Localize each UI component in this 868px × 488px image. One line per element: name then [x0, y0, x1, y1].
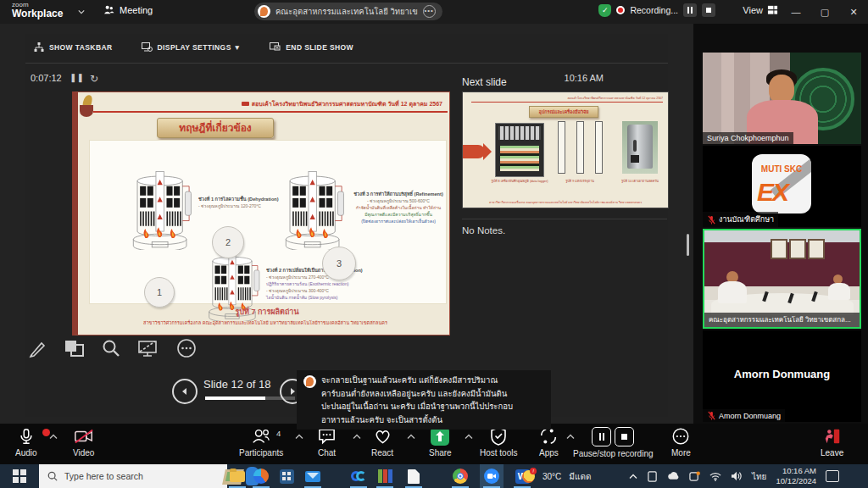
react-options-caret[interactable]	[407, 434, 415, 440]
minimize-button[interactable]: —	[782, 0, 810, 24]
action-center-icon[interactable]	[826, 470, 839, 482]
leave-icon	[823, 427, 842, 446]
file-explorer-icon[interactable]	[227, 466, 248, 486]
video-button[interactable]: Video	[73, 427, 94, 458]
participant-display-name: Amorn Donmuang	[703, 368, 861, 380]
pen-icon[interactable]	[28, 338, 48, 358]
timer-pause-button[interactable]: ❚❚	[70, 73, 84, 82]
view-button[interactable]: View	[743, 4, 778, 15]
leave-button[interactable]: Leave	[821, 427, 843, 458]
stage-number-3: 3	[322, 247, 356, 280]
zoom-app-icon[interactable]	[481, 466, 502, 486]
pause-recording-button[interactable]	[683, 3, 697, 17]
chat-button[interactable]: Chat	[317, 427, 337, 458]
slide-title: ทฤษฎีที่เกี่ยวข้อง	[157, 118, 274, 138]
participant-name-tag: งานบัณฑิตศึกษา	[703, 212, 778, 227]
thumb-datalogger-image	[495, 123, 544, 177]
tray-expand-caret[interactable]	[629, 474, 637, 480]
stop-recording-button[interactable]	[702, 3, 715, 17]
audio-options-caret[interactable]	[49, 434, 58, 440]
end-slideshow-icon	[270, 42, 281, 52]
edge-rings-icon[interactable]	[348, 466, 369, 486]
stage1-text: ช่วงที่ 1 การไล่ความชื้น (Dehydration) -…	[198, 196, 283, 209]
stop-recording-icon[interactable]	[615, 427, 634, 446]
network-icon[interactable]	[709, 472, 721, 481]
video-tile-amorn[interactable]: Amorn Donmuang Amorn Donmuang	[703, 330, 861, 422]
arrow-right-icon	[288, 387, 297, 396]
device-icon[interactable]	[647, 471, 658, 482]
browser-icon[interactable]	[251, 466, 271, 486]
thumb-header: สอบเค้าโครงวิทยานิพนธ์วิศวกรรมศาสตรมหาบั…	[488, 96, 663, 101]
more-tools-icon[interactable]	[175, 337, 198, 359]
pause-stop-recording-button[interactable]: Pause/stop recording	[573, 427, 654, 458]
participants-options-caret[interactable]	[295, 434, 303, 440]
language-indicator[interactable]: ไทย	[752, 470, 766, 483]
magnifier-icon[interactable]	[101, 338, 121, 358]
notes-divider	[462, 219, 667, 219]
speaker-icon[interactable]	[731, 471, 743, 481]
apps-icon	[539, 427, 558, 446]
arrow-left-icon	[181, 387, 189, 396]
thumb-caption-3: รูปที่ 10 เตาเผาถ่านลดควัน	[615, 179, 665, 184]
apps-button[interactable]: Apps	[539, 427, 559, 458]
next-slide-thumbnail[interactable]: สอบเค้าโครงวิทยานิพนธ์วิศวกรรมศาสตรมหาบั…	[462, 92, 669, 208]
thumb-arrow-shape	[463, 145, 485, 158]
next-slide-label: Next slide	[462, 76, 507, 88]
react-button[interactable]: React	[371, 427, 393, 458]
video-tile-graduate-office[interactable]: MUTI SKC EX งานบัณฑิตศึกษา	[703, 146, 861, 227]
university-emblem	[80, 95, 95, 119]
search-icon	[47, 471, 58, 481]
timer-restart-button[interactable]: ↻	[90, 73, 98, 85]
participants-button[interactable]: 4 Participants	[239, 427, 283, 458]
close-button[interactable]: ✕	[839, 0, 868, 24]
previous-slide-button[interactable]	[172, 379, 198, 404]
view-label: View	[743, 5, 763, 15]
audio-button[interactable]: Audio	[15, 427, 37, 458]
tab-meeting[interactable]: Meeting	[103, 4, 153, 15]
chat-options-caret[interactable]	[353, 434, 361, 440]
search-input[interactable]: Type here to search	[39, 464, 227, 488]
display-settings-label: DISPLAY SETTINGS ▼	[158, 43, 242, 52]
meeting-title-pill[interactable]: คณะอุตสาหกรรมและเทคโนโลยี วิทยาเข •••	[254, 3, 442, 20]
wall-portrait	[808, 239, 825, 259]
more-button[interactable]: More	[671, 427, 691, 458]
share-options-caret[interactable]	[465, 434, 473, 440]
clock-widget[interactable]: 10:16 AM 10/12/2024	[776, 466, 816, 486]
show-taskbar-button[interactable]: SHOW TASKBAR	[34, 42, 113, 52]
host-tools-button[interactable]: Host tools	[480, 427, 517, 458]
chrome-icon[interactable]	[450, 466, 470, 486]
pause-recording-icon[interactable]	[592, 427, 611, 446]
stage3-text: ช่วงที่ 3 การทำให้ถ่านบริสุทธิ์ (Refinem…	[351, 191, 446, 225]
onedrive-cloud-icon[interactable]	[667, 472, 680, 480]
host-tools-label: Host tools	[480, 448, 517, 458]
share-button[interactable]: Share	[429, 427, 452, 458]
divider	[25, 63, 668, 64]
display-settings-button[interactable]: DISPLAY SETTINGS ▼	[142, 42, 242, 52]
video-tile-suriya[interactable]: Suriya Chokphoemphun	[703, 53, 861, 144]
chat-icon	[317, 427, 337, 446]
winrar-icon[interactable]	[375, 466, 395, 486]
weather-widget[interactable]: ! 30°C มีแดด	[522, 464, 591, 488]
microsoft-store-icon[interactable]	[276, 466, 297, 486]
chevron-down-icon[interactable]	[78, 8, 85, 15]
meeting-info-icon[interactable]: •••	[423, 5, 436, 18]
participants-sidebar: Suriya Chokphoemphun MUTI SKC EX งานบัณฑ…	[693, 24, 868, 424]
maximize-button[interactable]: ▢	[810, 0, 839, 24]
header-underline	[93, 111, 448, 113]
video-tile-meeting-room-active[interactable]: คณะอุตสาหกรรมและเทคโนโลยี วิทยาเขตสกล...	[703, 229, 861, 329]
notepad-icon[interactable]	[403, 466, 424, 486]
no-notes-text: No Notes.	[462, 225, 505, 236]
laser-pointer-icon[interactable]	[136, 338, 160, 358]
end-slide-show-button[interactable]: END SLIDE SHOW	[270, 42, 353, 52]
start-button[interactable]	[0, 464, 39, 488]
thumb-rod-drawing-3	[595, 121, 603, 174]
security-shield-icon[interactable]: ✓	[598, 4, 611, 17]
notification-app-icon[interactable]	[689, 471, 700, 482]
participant-name-tag: คณะอุตสาหกรรมและเทคโนโลยี วิทยาเขตสกล...	[704, 313, 860, 327]
weather-temp: 30°C	[542, 472, 561, 481]
panel-resize-handle[interactable]	[687, 234, 689, 256]
view-grid-icon	[767, 4, 778, 15]
mail-icon[interactable]	[303, 466, 323, 486]
thumb-title: อุปกรณ์และเครื่องมือวิจัย	[529, 106, 598, 118]
slide-thumbnails-icon[interactable]	[64, 338, 86, 358]
